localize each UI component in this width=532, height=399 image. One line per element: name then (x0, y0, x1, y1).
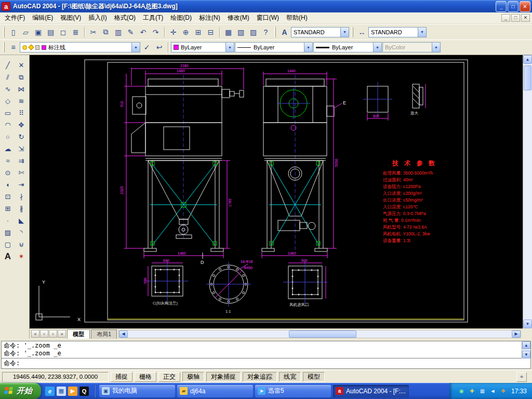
horizontal-scrollbar[interactable]: ◀ ▶ (118, 330, 521, 338)
vertical-scroll-track[interactable] (523, 64, 532, 320)
coordinate-readout[interactable]: 19465.4490, 2238.9327, 0.0000 (2, 372, 109, 382)
make-object-layer-current-button[interactable]: ✓ (141, 42, 153, 54)
join-tool-button[interactable]: ⊌ (15, 238, 28, 250)
zoom-realtime-button[interactable]: ⊕ (180, 26, 192, 38)
scroll-left-icon[interactable]: ◀ (119, 330, 128, 338)
antivirus-tray-icon[interactable]: ◉ (458, 387, 466, 395)
zoom-previous-button[interactable]: ⊟ (205, 26, 217, 38)
dim-style-combo[interactable]: STANDARD ▼ (368, 27, 427, 37)
chevron-down-icon[interactable]: ▼ (418, 28, 426, 37)
chamfer-tool-button[interactable]: ◣ (15, 215, 28, 227)
horizontal-scroll-thumb[interactable] (289, 330, 356, 338)
linetype-combo[interactable]: ByLayer ▼ (235, 42, 313, 52)
toolbar-grip[interactable] (3, 27, 5, 37)
scroll-down-icon[interactable]: ▼ (523, 320, 532, 328)
mdi-close-button[interactable]: ✕ (521, 14, 530, 22)
zoom-window-button[interactable]: ⊞ (192, 26, 204, 38)
lineweight-combo[interactable]: ByLayer ▼ (313, 42, 382, 52)
toolbar-grip[interactable] (352, 27, 353, 37)
chevron-down-icon[interactable]: ▼ (304, 43, 312, 52)
point-tool-button[interactable]: · (1, 215, 15, 227)
mdi-restore-button[interactable]: □ (511, 14, 520, 22)
menu-item-format[interactable]: 格式(O) (111, 12, 139, 24)
polar-toggle[interactable]: 极轴 (182, 372, 204, 382)
scroll-up-icon[interactable]: ▲ (522, 341, 530, 349)
ortho-toggle[interactable]: 正交 (158, 372, 180, 382)
spline-tool-button[interactable]: ≈ (1, 155, 15, 167)
region-tool-button[interactable]: ▢ (1, 238, 15, 250)
polyline-tool-button[interactable]: ∿ (1, 83, 15, 95)
help-button[interactable]: ? (260, 26, 272, 38)
otrack-toggle[interactable]: 对象追踪 (243, 372, 277, 382)
network-tray-icon[interactable]: ▦ (478, 387, 486, 395)
input-method-tray-icon[interactable]: ✚ (468, 387, 476, 395)
designcenter-button[interactable]: ▧ (235, 26, 247, 38)
circle-tool-button[interactable]: ○ (1, 131, 15, 143)
scroll-right-icon[interactable]: ▶ (512, 330, 521, 338)
redo-button[interactable]: ↷ (150, 26, 162, 38)
snap-toggle[interactable]: 捕捉 (111, 372, 132, 382)
break-tool-button[interactable]: ∦ (15, 203, 28, 215)
tab-last-button[interactable]: » (58, 330, 66, 338)
restore-button[interactable]: □ (508, 1, 518, 12)
menu-item-view[interactable]: 视图(V) (57, 12, 85, 24)
internet-explorer-icon[interactable]: e (45, 387, 55, 396)
osnap-toggle[interactable]: 对象捕捉 (206, 372, 241, 382)
media-player-icon[interactable]: ▶ (68, 387, 77, 396)
text-style-combo[interactable]: STANDARD ▼ (291, 27, 349, 37)
publish-button[interactable]: ≣ (70, 26, 82, 38)
insert-block-tool-button[interactable]: ⊡ (1, 191, 15, 203)
command-history[interactable]: 命令: '_.zoom _e 命令: '_.zoom _e (2, 341, 522, 358)
task-button-thunder[interactable]: ➤ 迅雷5 (255, 385, 331, 397)
task-button-folder[interactable]: ▰ dj64a (177, 385, 253, 397)
break-at-point-tool-button[interactable]: ∤ (15, 191, 28, 203)
chevron-down-icon[interactable]: ▼ (373, 43, 381, 52)
layer-properties-button[interactable]: ≡ (7, 42, 19, 54)
make-block-tool-button[interactable]: ⊞ (1, 203, 15, 215)
new-button[interactable]: ▯ (7, 26, 19, 38)
print-preview-button[interactable]: ◻ (57, 26, 69, 38)
cut-button[interactable]: ✂ (87, 26, 99, 38)
scale-tool-button[interactable]: ⇲ (15, 143, 28, 155)
menu-item-insert[interactable]: 插入(I) (85, 12, 110, 24)
open-button[interactable]: ▱ (20, 26, 32, 38)
copy-button[interactable]: ⧉ (100, 26, 112, 38)
menu-item-window[interactable]: 窗口(W) (253, 12, 283, 24)
arc-tool-button[interactable]: ◠ (1, 119, 15, 131)
chevron-down-icon[interactable]: ▼ (131, 43, 140, 52)
rotate-tool-button[interactable]: ↻ (15, 131, 28, 143)
plot-button[interactable]: ▤ (45, 26, 57, 38)
vertical-scrollbar[interactable]: ▲ ▼ (523, 55, 532, 328)
menu-item-tools[interactable]: 工具(T) (139, 12, 167, 24)
tab-model[interactable]: 模型 (67, 329, 90, 339)
layer-combo[interactable]: 标注线 ▼ (20, 42, 140, 52)
paste-button[interactable]: ▥ (112, 26, 124, 38)
start-button[interactable]: 开始 (0, 383, 41, 399)
toolbar-grip[interactable] (274, 27, 276, 37)
chevron-down-icon[interactable]: ▼ (225, 43, 234, 52)
menu-item-dimension[interactable]: 标注(N) (195, 12, 224, 24)
polygon-tool-button[interactable]: ◇ (1, 95, 15, 107)
explode-tool-button[interactable]: ✶ (15, 250, 28, 262)
revision-cloud-tool-button[interactable]: ☁ (1, 143, 15, 155)
model-space-canvas[interactable]: 1460 2180 910 2325 1785 (30, 55, 523, 328)
fillet-tool-button[interactable]: ◝ (15, 227, 28, 238)
stretch-tool-button[interactable]: ⇉ (15, 155, 28, 167)
horizontal-scroll-track[interactable] (128, 330, 512, 338)
tab-prev-button[interactable]: ‹ (40, 330, 48, 338)
show-desktop-icon[interactable]: ▦ (57, 387, 66, 396)
minimize-button[interactable]: _ (496, 1, 507, 12)
task-button-my-computer[interactable]: ▣ 我的电脑 (99, 385, 175, 397)
trim-tool-button[interactable]: ✄ (15, 167, 28, 179)
menu-item-edit[interactable]: 编辑(E) (29, 12, 57, 24)
erase-tool-button[interactable]: ✕ (15, 59, 28, 71)
title-bar[interactable]: a AutoCAD 2004 - [F:\图纸\除尘器\dj64a\DJ-64A… (0, 0, 532, 12)
rectangle-tool-button[interactable]: ▭ (1, 107, 15, 119)
ellipse-tool-button[interactable]: ⊙ (1, 167, 15, 179)
scroll-down-icon[interactable]: ▼ (522, 351, 530, 358)
grid-toggle[interactable]: 栅格 (135, 372, 156, 382)
extend-tool-button[interactable]: ⇥ (15, 179, 28, 191)
task-button-autocad[interactable]: a AutoCAD 2004 - [F:... (333, 385, 409, 397)
command-input-line[interactable]: 命令: (2, 358, 530, 368)
tool-palettes-button[interactable]: ▨ (247, 26, 259, 38)
